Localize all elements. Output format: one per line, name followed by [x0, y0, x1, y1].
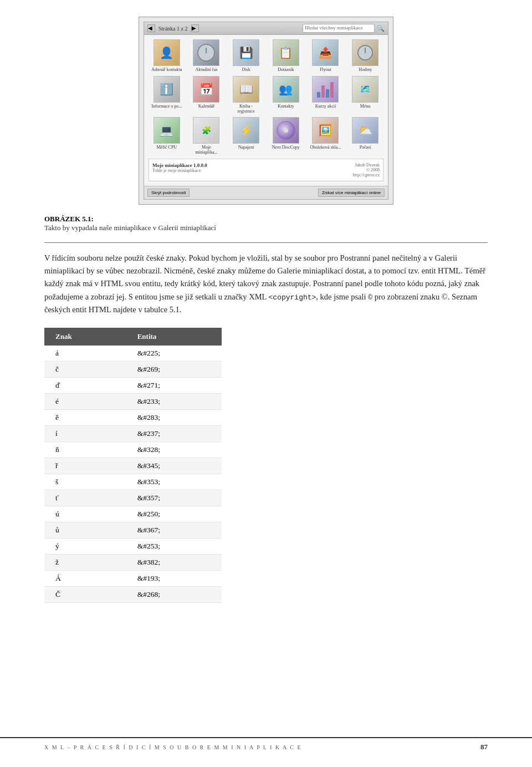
- gadget-item-kniha[interactable]: 📖 Kniha - registrace: [228, 76, 264, 114]
- table-cell-znak: Á: [44, 570, 126, 586]
- gadget-icon-contact: 👤: [154, 39, 180, 66]
- gadget-label: Disk: [242, 68, 250, 73]
- figure-caption-text: Takto by vypadala naše miniaplikace v Ga…: [44, 224, 488, 232]
- table-cell-znak: ň: [44, 441, 126, 458]
- gadget-item-menu[interactable]: 🗺️ Ménu: [347, 76, 383, 114]
- gadget-item-dotaznik[interactable]: 📋 Dotazník: [268, 39, 304, 73]
- table-cell-entita: &#367;: [126, 522, 222, 538]
- table-cell-entita: &#237;: [126, 425, 222, 441]
- table-cell-entita: &#193;: [126, 570, 222, 586]
- table-row: ž&#382;: [44, 554, 222, 570]
- gadget-item-moje[interactable]: 🧩 Moje miniaplika...: [188, 117, 225, 155]
- gadget-item-kontakty[interactable]: 👥 Kontakty: [268, 76, 304, 114]
- gadget-item-adresat[interactable]: 👤 Adresář kontaktu: [149, 39, 185, 73]
- window-back-btn[interactable]: ◀: [147, 24, 155, 32]
- gadget-item-napajeni[interactable]: ⚡ Napajeni: [228, 117, 264, 155]
- gadget-label: Měřič CPU: [156, 145, 177, 150]
- gadget-label: Kontakty: [278, 104, 294, 109]
- get-more-button[interactable]: Získat více miniaplikací online: [318, 189, 385, 197]
- gadget-label: Počasí: [360, 145, 371, 150]
- info-right: Jakub Dvorak © 2008 http://cpress.cz: [353, 162, 380, 177]
- page: ◀ Stránka 1 z 2 ▶ Hledat všechny miniapl…: [0, 0, 532, 767]
- info-left: Moje miniaplikace 1.0.0.0 Tohle je moje …: [152, 162, 347, 177]
- search-box[interactable]: Hledat všechny miniaplikace: [303, 24, 375, 33]
- gadget-icon-info: ℹ️: [154, 76, 180, 103]
- gadget-item-kalendar[interactable]: 📅 Kalendář: [188, 76, 225, 114]
- gadget-item-gallery[interactable]: 🖼️ Obrázková skla...: [308, 117, 344, 155]
- gadget-label: Kurzy akcií: [315, 104, 336, 109]
- gadget-icon-gallery: 🖼️: [312, 117, 339, 144]
- gadget-label: Informace o po...: [151, 104, 182, 109]
- gadget-item-kurzy[interactable]: Kurzy akcií: [308, 76, 344, 114]
- table-row: ň&#328;: [44, 441, 222, 458]
- table-cell-znak: é: [44, 393, 126, 409]
- screenshot-container: ◀ Stránka 1 z 2 ▶ Hledat všechny miniapl…: [139, 17, 393, 205]
- info-year: © 2008: [353, 167, 380, 172]
- table-row: Á&#193;: [44, 570, 222, 586]
- table-row: ť&#357;: [44, 490, 222, 506]
- table-header-znak: Znak: [44, 328, 126, 346]
- gadget-grid: 👤 Adresář kontaktu Aktuální čas 💾: [149, 39, 383, 155]
- table-row: ď&#271;: [44, 377, 222, 393]
- table-cell-entita: &#269;: [126, 361, 222, 377]
- table-cell-entita: &#268;: [126, 586, 222, 602]
- table-row: ě&#283;: [44, 409, 222, 425]
- gadget-label: Napajeni: [238, 145, 254, 150]
- table-cell-znak: ú: [44, 506, 126, 522]
- gadget-icon-calendar: 📅: [193, 76, 219, 103]
- hide-details-button[interactable]: Skrýt podrobnosti: [147, 189, 190, 197]
- table-row: š&#353;: [44, 474, 222, 490]
- gadget-icon-weather: ⛅: [352, 117, 378, 144]
- table-cell-znak: ť: [44, 490, 126, 506]
- gadget-item-cas[interactable]: Aktuální čas: [188, 39, 225, 73]
- table-cell-entita: &#345;: [126, 458, 222, 474]
- gadget-icon-power: ⚡: [233, 117, 259, 144]
- table-row: é&#233;: [44, 393, 222, 409]
- gadget-icon-watch: [352, 39, 378, 66]
- gadget-item-disccopy[interactable]: Nero DiscCopy: [268, 117, 304, 155]
- gadget-icon-disk: 💾: [233, 39, 259, 66]
- gadget-label: Ménu: [360, 104, 371, 109]
- info-app-name: Moje miniaplikace 1.0.0.0: [152, 162, 347, 168]
- table-cell-znak: ě: [44, 409, 126, 425]
- window-titlebar: ◀ Stránka 1 z 2 ▶ Hledat všechny miniapl…: [144, 22, 388, 35]
- table-cell-entita: &#225;: [126, 346, 222, 362]
- footer-book-title: X M L – P R Á C E S Ř Í D I C Í M S O U …: [44, 744, 480, 750]
- table-cell-entita: &#283;: [126, 409, 222, 425]
- gadget-label: Moje miniaplika...: [191, 145, 222, 155]
- figure-label: OBRÁZEK 5.1:: [44, 215, 488, 224]
- gadget-item-weather[interactable]: ⛅ Počasí: [347, 117, 383, 155]
- gadget-item-info[interactable]: ℹ️ Informace o po...: [149, 76, 185, 114]
- table-cell-entita: &#357;: [126, 490, 222, 506]
- entities-table: Znak Entita á&#225;č&#269;ď&#271;é&#233;…: [44, 328, 222, 603]
- table-row: ř&#345;: [44, 458, 222, 474]
- table-header-entita: Entita: [126, 328, 222, 346]
- gadget-label: Obrázková skla...: [310, 145, 341, 150]
- table-row: á&#225;: [44, 346, 222, 362]
- table-row: Č&#268;: [44, 586, 222, 602]
- table-cell-entita: &#253;: [126, 538, 222, 554]
- gadget-label: Flyout: [320, 68, 331, 73]
- info-url: http://cpress.cz: [353, 172, 380, 177]
- table-row: ý&#253;: [44, 538, 222, 554]
- search-icon[interactable]: 🔍: [377, 25, 385, 32]
- table-cell-znak: í: [44, 425, 126, 441]
- code-snippet: <copyright>: [269, 293, 316, 302]
- gadget-label: Dotazník: [278, 68, 294, 73]
- window-forward-btn[interactable]: ▶: [191, 24, 199, 32]
- gadget-item-flyout[interactable]: 📤 Flyout: [308, 39, 344, 73]
- gadget-label: Nero DiscCopy: [272, 145, 300, 150]
- gadget-label: Aktuální čas: [195, 68, 217, 73]
- window-page-label: Stránka 1 z 2: [158, 26, 188, 32]
- gadget-item-hodiny[interactable]: Hodiny: [347, 39, 383, 73]
- gadget-item-disk[interactable]: 💾 Disk: [228, 39, 264, 73]
- gadget-icon-contacts: 👥: [273, 76, 299, 103]
- window-body: 👤 Adresář kontaktu Aktuální čas 💾: [144, 35, 388, 186]
- gadget-item-cpu[interactable]: 💻 Měřič CPU: [149, 117, 185, 155]
- page-footer: X M L – P R Á C E S Ř Í D I C Í M S O U …: [0, 737, 532, 756]
- gadget-label: Kalendář: [198, 104, 214, 109]
- gadget-icon-disccopy: [273, 117, 299, 144]
- window-info-bar: Moje miniaplikace 1.0.0.0 Tohle je moje …: [149, 159, 383, 181]
- body-paragraph-1: V řídicím souboru nelze použít české zna…: [44, 252, 488, 317]
- gadget-icon-cpu: 💻: [154, 117, 180, 144]
